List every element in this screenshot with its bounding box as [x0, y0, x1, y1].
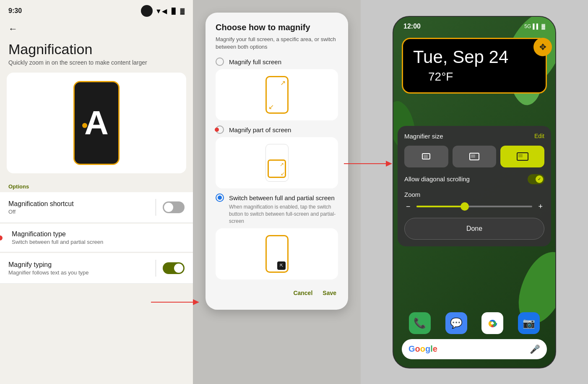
size-small-inner [424, 155, 428, 158]
move-handle[interactable]: ✥ [533, 38, 552, 56]
part-phone-mockup: ↙ ↗ [265, 144, 289, 182]
radio-full-screen[interactable]: Magnify full screen [216, 57, 338, 66]
magnifier-header: Magnifier size Edit [404, 133, 544, 140]
radio-label-switch: Switch between full and partial screen [229, 194, 335, 201]
switch-icon: ⇱ [277, 261, 286, 270]
partial-expand-icon: ↙ [281, 171, 285, 177]
shortcut-text-group: Magnification shortcut Off [8, 200, 149, 215]
shortcut-toggle[interactable] [163, 201, 185, 213]
zoom-thumb[interactable] [461, 202, 469, 211]
dialog-title: Choose how to magnify [216, 23, 338, 32]
search-bar[interactable]: Google 🎤 [402, 339, 547, 359]
weather-row: 🌤 72°F [413, 70, 536, 84]
size-small-icon [422, 153, 430, 159]
phone-dock: 📞 💬 📷 [402, 312, 547, 334]
red-dot-dialog [215, 128, 219, 132]
size-options-row [404, 146, 544, 167]
red-dot [0, 235, 3, 240]
switch-arrow-icon: ⇱ [280, 263, 283, 268]
part-screen-preview: ↙ ↗ [216, 137, 338, 188]
svg-marker-3 [386, 161, 392, 167]
zoom-slider-row: − + [404, 202, 544, 211]
settings-panel: 9:30 ▼◀ ▐▌ ▓ ← Magnification Quickly zoo… [0, 0, 193, 384]
status-bar: 9:30 ▼◀ ▐▌ ▓ [0, 0, 193, 20]
choose-magnify-dialog: Choose how to magnify Magnify your full … [206, 13, 348, 310]
dialog-actions: Cancel Save [216, 286, 338, 300]
toggle-knob2 [174, 264, 183, 273]
type-value: Switch between full and partial screen [12, 239, 185, 245]
diagonal-toggle[interactable]: ✓ [528, 174, 544, 184]
radio-circle-full [216, 57, 224, 66]
size-large-button[interactable] [500, 146, 544, 167]
magnifier-edit-button[interactable]: Edit [534, 133, 544, 139]
full-phone-mockup: ↗ ↙ [265, 76, 289, 114]
phone-status-right: 5G ▌▌ ▓ [524, 24, 545, 29]
phone-signal-bars-icon: ▌▌ [533, 24, 540, 29]
switch-screen-preview: ⇱ [216, 228, 338, 280]
size-large-inner [518, 154, 523, 157]
chrome-logo [487, 317, 498, 329]
done-button[interactable]: Done [404, 218, 544, 240]
radio-switch-screen[interactable]: Switch between full and partial screen [216, 193, 338, 202]
magnification-type-item[interactable]: Magnification type Switch between full a… [0, 224, 193, 252]
typing-toggle[interactable] [163, 262, 185, 274]
g-blue2: g [425, 344, 430, 353]
typing-text-group: Magnify typing Magnifier follows text as… [8, 261, 149, 276]
partial-expand-tr: ↗ [280, 162, 284, 167]
size-medium-button[interactable] [453, 146, 497, 167]
phone-status-bar: 12:00 5G ▌▌ ▓ [393, 17, 555, 33]
checkmark-icon: ✓ [536, 175, 543, 183]
expand-bl-icon: ↙ [268, 103, 274, 111]
partial-box: ↙ ↗ [268, 159, 286, 178]
radio-label-full: Magnify full screen [229, 58, 281, 65]
radio-circle-switch [216, 193, 224, 202]
arrow-panel2-to-panel3 [344, 157, 394, 170]
phone-preview-card: A [7, 73, 186, 173]
status-icons: ▼◀ ▐▌ ▓ [141, 5, 185, 17]
shortcut-value: Off [8, 209, 149, 215]
type-label: Magnification type [12, 230, 185, 238]
zoom-label: Zoom [404, 191, 544, 198]
phone-signal-label: 5G [524, 24, 531, 29]
zoom-decrease-button[interactable]: − [404, 202, 412, 211]
dock-camera-icon[interactable]: 📷 [518, 312, 540, 334]
diagonal-label: Allow diagonal scrolling [404, 175, 470, 183]
g-red: o [415, 344, 420, 353]
type-text-group: Magnification type Switch between full a… [8, 230, 185, 245]
options-section-label: Options [0, 180, 193, 191]
signal-icon: ▐▌ [169, 8, 178, 14]
full-screen-preview: ↗ ↙ [216, 69, 338, 120]
camera-icon [141, 5, 153, 17]
size-medium-inner [471, 154, 475, 158]
magnification-shortcut-item[interactable]: Magnification shortcut Off [0, 192, 193, 223]
phone-time: 12:00 [403, 23, 421, 30]
phone-panel: 12:00 5G ▌▌ ▓ Tue, Sep 24 🌤 72°F ✥ Magni… [361, 0, 588, 384]
phone-mockup: A [73, 81, 120, 165]
magnify-typing-item[interactable]: Magnify typing Magnifier follows text as… [0, 253, 193, 284]
shortcut-label: Magnification shortcut [8, 200, 149, 208]
dock-messages-icon[interactable]: 💬 [445, 312, 467, 334]
mic-icon[interactable]: 🎤 [530, 344, 540, 354]
size-small-button[interactable] [404, 146, 448, 167]
zoom-track[interactable] [416, 206, 533, 207]
divider2 [156, 260, 156, 277]
toggle-knob [164, 203, 173, 212]
expand-tr-icon: ↗ [280, 79, 286, 87]
zoom-increase-button[interactable]: + [536, 202, 544, 211]
battery-icon: ▓ [180, 8, 185, 14]
dialog-description: Magnify your full screen, a specific are… [216, 36, 338, 51]
back-button[interactable]: ← [0, 20, 193, 38]
radio-part-screen[interactable]: Magnify part of screen [216, 125, 338, 134]
g-yellow: o [420, 344, 425, 353]
save-button[interactable]: Save [321, 286, 338, 300]
radio-label-part: Magnify part of screen [229, 126, 291, 133]
phone-battery-icon: ▓ [541, 24, 545, 29]
dock-chrome-icon[interactable] [481, 312, 503, 334]
cancel-button[interactable]: Cancel [291, 286, 314, 300]
weather-sun-icon: 🌤 [413, 70, 425, 84]
dot-indicator [82, 123, 87, 128]
clock-date: Tue, Sep 24 [413, 47, 536, 67]
dock-phone-icon[interactable]: 📞 [409, 312, 431, 334]
dialog-panel: Choose how to magnify Magnify your full … [193, 0, 361, 384]
page-title: Magnification [0, 38, 193, 59]
